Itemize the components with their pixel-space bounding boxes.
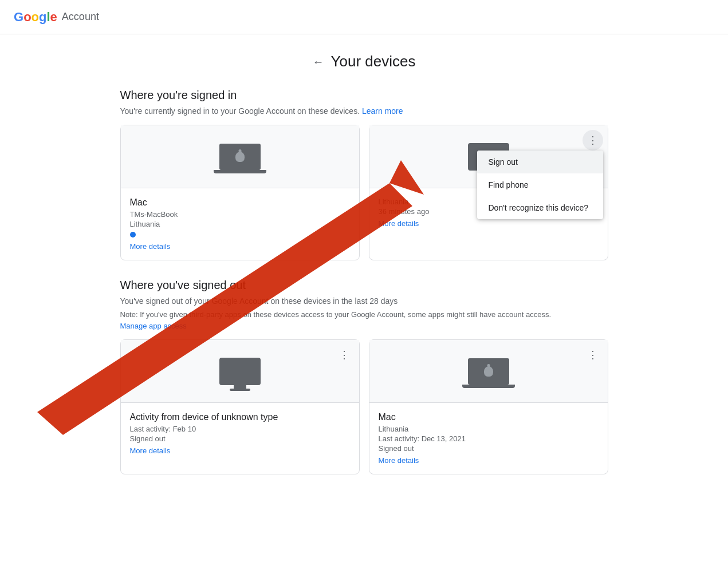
mac-signed-out-card: ⋮ Mac Lithuania Last activity: Dec 13, 2… [369,339,608,474]
manage-app-access-link[interactable]: Manage app access [120,322,187,330]
sign-out-item[interactable]: Sign out [477,151,603,173]
back-arrow-icon[interactable]: ← [313,56,324,68]
dont-recognize-item[interactable]: Don't recognize this device? [477,196,603,219]
device-status [130,232,350,238]
apple-logo-icon [235,152,245,162]
mac-icon-2 [468,358,509,385]
signed-in-section: Where you're signed in You're currently … [120,89,608,260]
page-title: Your devices [331,53,416,70]
device-detail-4-3: Signed out [379,444,599,453]
device-detail-2: Lithuania [130,220,350,228]
mac-signed-out-info: Mac Lithuania Last activity: Dec 13, 202… [369,403,608,474]
dropdown-menu: Sign out Find phone Don't recognize this… [477,151,603,219]
signed-in-subtitle: You're currently signed in to your Googl… [120,106,608,116]
mac-icon [219,144,261,170]
apple-logo-icon-2 [484,366,493,377]
mac-current-card: Mac TMs-MacBook Lithuania More details [120,125,360,260]
device-detail-3-1: Last activity: Feb 10 [130,425,350,433]
header: Google Google Account Account [0,0,728,34]
mac-signed-out-image: ⋮ [369,340,608,403]
signed-in-devices-grid: Mac TMs-MacBook Lithuania More details [120,125,608,260]
signed-in-title: Where you're signed in [120,89,608,102]
mac-current-info: Mac TMs-MacBook Lithuania More details [121,188,359,260]
unknown-type-card: ⋮ Activity from device of unknown type L… [120,339,360,474]
signed-out-subtitle: You've signed out of your Google Account… [120,296,608,306]
note-text: Note: If you've given third-party apps o… [120,310,608,319]
device-name-4: Mac [379,412,599,422]
signed-out-section: Where you've signed out You've signed ou… [120,279,608,474]
unknown-type-info: Activity from device of unknown type Las… [121,403,359,464]
second-signed-in-card: ⋮ Sign out Find phone Don't recognize th… [369,125,608,260]
more-menu-button[interactable]: ⋮ [583,130,603,151]
more-details-link-2[interactable]: More details [379,219,419,228]
more-details-link[interactable]: More details [130,242,171,251]
second-signed-in-image: ⋮ Sign out Find phone Don't recognize th… [369,125,608,188]
status-dot-icon [130,232,136,238]
unknown-more-button[interactable]: ⋮ [334,345,355,365]
device-detail-4-1: Lithuania [379,425,599,433]
mac-current-image [121,125,359,188]
learn-more-link[interactable]: Learn more [362,106,403,116]
page-content: ← Your devices Where you're signed in Yo… [107,34,622,511]
signed-out-title: Where you've signed out [120,279,608,292]
signed-out-devices-grid: ⋮ Activity from device of unknown type L… [120,339,608,474]
more-details-link-3[interactable]: More details [130,446,171,455]
device-name: Mac [130,197,350,208]
device-detail-1: TMs-MacBook [130,210,350,219]
device-detail-3-2: Signed out [130,434,350,443]
page-title-row: ← Your devices [120,53,608,70]
device-name-3: Activity from device of unknown type [130,412,350,422]
google-logo[interactable]: Google Google Account Account [14,10,99,25]
find-phone-item[interactable]: Find phone [477,173,603,196]
account-label: Account [62,11,99,23]
mac-signed-out-more-button[interactable]: ⋮ [583,345,603,365]
unknown-type-image: ⋮ [121,340,359,403]
more-details-link-4[interactable]: More details [379,456,419,465]
device-detail-4-2: Last activity: Dec 13, 2021 [379,434,599,443]
